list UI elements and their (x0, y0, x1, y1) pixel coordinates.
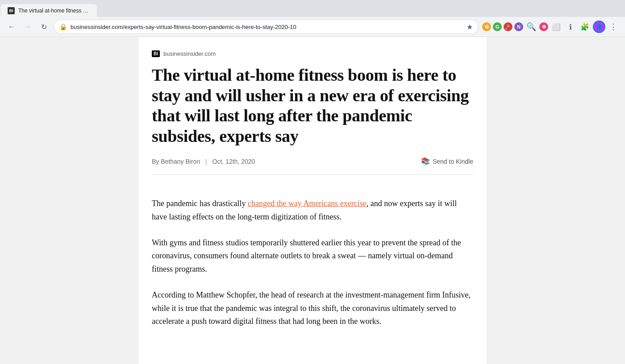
search-toolbar-btn[interactable]: 🔍 (525, 21, 538, 33)
extension-icons: ✿ G 🚀 N 🔍 ❄ ⬜ ℹ 🧩 👤 ⋮ (482, 21, 620, 33)
refresh-button[interactable]: ↻ (38, 21, 50, 33)
info-extension[interactable]: ℹ (564, 21, 577, 33)
forward-button[interactable]: → (21, 21, 34, 33)
back-button[interactable]: ← (5, 21, 18, 33)
snowflake-extension[interactable]: ❄ (539, 22, 548, 31)
paragraph-3: According to Matthew Schopfer, the head … (152, 289, 473, 328)
bi-logo: BI (152, 50, 160, 57)
source-line: BI businessinsider.com (152, 50, 473, 57)
paragraph-1: The pandemic has drastically changed the… (152, 197, 473, 223)
byline-separator: | (205, 158, 207, 165)
browser-toolbar: ← → ↻ 🔒 businessinsider.com/experts-say-… (0, 17, 625, 37)
tab-favicon: BI (8, 7, 15, 14)
right-sidebar (487, 37, 625, 364)
page-outer: BI businessinsider.com The virtual at-ho… (0, 37, 625, 364)
url-text: businessinsider.com/experts-say-virtual-… (71, 24, 463, 30)
send-to-kindle-label: Send to Kindle (433, 158, 473, 165)
source-name: businessinsider.com (163, 50, 216, 57)
address-bar[interactable]: 🔒 businessinsider.com/experts-say-virtua… (54, 20, 479, 34)
article-meta: By Bethany Biron | Oct. 12th, 2020 📚 Sen… (152, 157, 473, 175)
tab-title-text: The virtual at-home fitness boom is here… (18, 8, 90, 14)
article-body: The pandemic has drastically changed the… (138, 197, 487, 328)
rocket-extension[interactable]: 🚀 (504, 22, 512, 31)
byline: By Bethany Biron | Oct. 12th, 2020 (152, 158, 255, 165)
profile-avatar[interactable]: 👤 (593, 21, 605, 33)
screenshot-extension[interactable]: ⬜ (550, 21, 562, 33)
browser-chrome: BI The virtual at-home fitness boom is h… (0, 0, 625, 37)
grammarly-extension[interactable]: G (493, 22, 502, 31)
active-tab[interactable]: BI The virtual at-home fitness boom is h… (0, 4, 97, 17)
onenote-extension[interactable]: N (514, 22, 523, 31)
article-content: BI businessinsider.com The virtual at-ho… (138, 37, 487, 364)
author-name: By Bethany Biron (152, 158, 200, 165)
article-title: The virtual at-home fitness boom is here… (152, 65, 473, 146)
publish-date: Oct. 12th, 2020 (212, 158, 255, 165)
chrome-menu[interactable]: ⋮ (607, 21, 620, 33)
paragraph-2: With gyms and fitness studios temporaril… (152, 236, 473, 276)
bookmark-icon[interactable]: ★ (467, 23, 473, 31)
extensions-puzzle[interactable]: 🧩 (579, 21, 591, 33)
left-sidebar (0, 37, 138, 364)
tab-bar: BI The virtual at-home fitness boom is h… (0, 0, 625, 17)
lock-icon: 🔒 (59, 23, 67, 30)
kindle-icon: 📚 (421, 157, 430, 165)
article-header: BI businessinsider.com The virtual at-ho… (138, 50, 487, 197)
para1-text-before: The pandemic has drastically (152, 199, 248, 208)
para1-link[interactable]: changed the way Americans exercise (248, 199, 367, 208)
send-to-kindle-button[interactable]: 📚 Send to Kindle (421, 157, 473, 165)
sunflower-extension[interactable]: ✿ (482, 22, 491, 31)
